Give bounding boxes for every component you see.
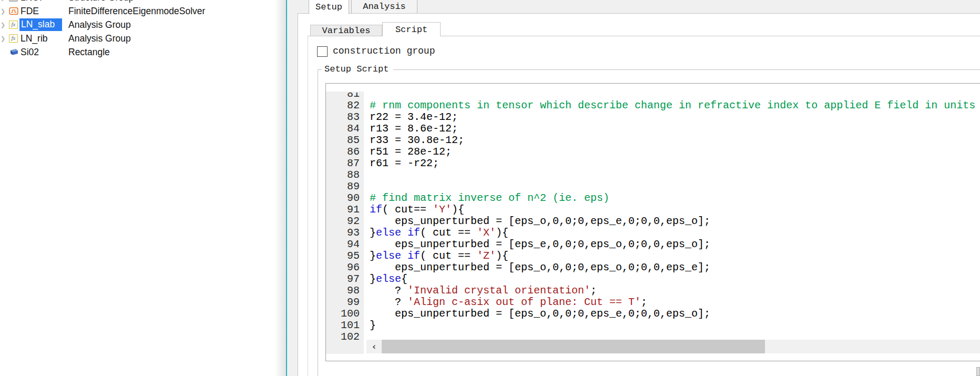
tab-analysis[interactable]: Analysis xyxy=(351,0,417,13)
script-code: 8182# rnm components in tensor which des… xyxy=(326,93,980,343)
code-line-86: 86r51 = 28e-12; xyxy=(326,146,980,158)
code-text: if( cut== 'Y'){ xyxy=(370,204,464,216)
panel-shadow xyxy=(274,0,286,376)
line-number: 87 xyxy=(326,158,364,169)
code-text: # find matrix inverse of n^2 (ie. eps) xyxy=(370,192,609,204)
tree-row-LN_slab[interactable]: ❯fxLN_slabAnalysis Group xyxy=(0,18,286,32)
tree-item-name[interactable]: LNOI xyxy=(21,0,42,3)
script-editor-viewport[interactable]: 8182# rnm components in tensor which des… xyxy=(326,93,980,361)
code-line-99: 99 ? 'Align c-asix out of plane: Cut == … xyxy=(326,297,980,308)
horizontal-scrollbar[interactable]: ‹ xyxy=(366,340,980,353)
tree-item-name[interactable]: LN_rib xyxy=(21,33,48,44)
script-page-border-left xyxy=(308,36,308,376)
tab-script[interactable]: Script xyxy=(382,22,441,36)
code-text: }else if( cut == 'X'){ xyxy=(370,227,508,239)
scrollbar-track[interactable] xyxy=(765,340,980,353)
code-line-91: 91if( cut== 'Y'){ xyxy=(326,204,980,216)
code-line-88: 88 xyxy=(326,169,980,181)
setup-script-groupbox-border xyxy=(318,69,322,70)
scrollbar-thumb[interactable] xyxy=(382,340,765,353)
line-number: 97 xyxy=(326,273,364,285)
line-number: 85 xyxy=(326,135,364,146)
tab-variables-label: Variables xyxy=(322,26,371,36)
line-number: 92 xyxy=(326,216,364,227)
line-number: 95 xyxy=(326,250,364,262)
code-text: ? 'Invalid crystal orientation'; xyxy=(370,285,597,297)
line-number: 100 xyxy=(326,308,364,320)
code-text: r51 = 28e-12; xyxy=(370,146,452,158)
tab-analysis-label: Analysis xyxy=(363,2,406,12)
tree-item-name[interactable]: LN_slab xyxy=(19,18,62,31)
code-line-90: 90# find matrix inverse of n^2 (ie. eps) xyxy=(326,192,980,204)
line-number: 82 xyxy=(326,100,364,111)
code-text: r13 = 8.6e-12; xyxy=(370,123,458,135)
tab-setup-label: Setup xyxy=(315,2,342,12)
tab-setup[interactable]: Setup xyxy=(309,0,349,14)
code-text: }else if( cut == 'Z'){ xyxy=(370,250,508,262)
scrollbar-left-arrow-icon[interactable]: ‹ xyxy=(366,340,382,353)
tree-item-type: FiniteDifferenceEigenmodeSolver xyxy=(68,6,205,17)
code-line-97: 97}else{ xyxy=(326,273,980,285)
tree-row-Si02[interactable]: Si02Rectangle xyxy=(0,45,286,59)
line-number: 86 xyxy=(326,146,364,158)
code-line-100: 100 eps_unperturbed = [eps_o,0,0;0,eps_e… xyxy=(326,308,980,320)
window-scrollbar-sliver[interactable] xyxy=(976,367,980,376)
code-line-84: 84r13 = 8.6e-12; xyxy=(326,123,980,135)
tab-variables[interactable]: Variables xyxy=(310,25,382,36)
line-number: 89 xyxy=(326,181,364,192)
code-text: ? 'Align c-asix out of plane: Cut == T'; xyxy=(370,297,647,308)
code-line-89: 89 xyxy=(326,181,980,192)
setup-script-groupbox-border xyxy=(318,69,318,376)
line-number: 83 xyxy=(326,111,364,123)
code-line-96: 96 eps_unperturbed = [eps_o,0,0;0,eps_o,… xyxy=(326,262,980,273)
analysis-group-icon: fx xyxy=(8,20,18,29)
tree-row-LNOI[interactable]: ❯LNOIStructure Group xyxy=(0,0,286,4)
line-number: 84 xyxy=(326,123,364,135)
code-text: }else{ xyxy=(370,273,407,285)
code-text: } xyxy=(370,320,376,331)
setup-script-group-title: Setup Script xyxy=(324,64,389,75)
line-number: 96 xyxy=(326,262,364,273)
code-line-85: 85r33 = 30.8e-12; xyxy=(326,135,980,146)
code-text: # rnm components in tensor which describ… xyxy=(370,100,975,111)
construction-group-label: construction group xyxy=(333,45,435,57)
code-line-92: 92 eps_unperturbed = [eps_o,0,0;0,eps_e,… xyxy=(326,216,980,227)
code-text: r22 = 3.4e-12; xyxy=(370,111,458,123)
expand-arrow-icon[interactable]: ❯ xyxy=(1,36,7,42)
tree-item-type: Analysis Group xyxy=(68,19,131,31)
construction-group-checkbox[interactable] xyxy=(317,46,328,57)
line-number: 94 xyxy=(326,239,364,250)
code-line-81: 81 xyxy=(326,93,980,100)
code-line-101: 101} xyxy=(326,320,980,331)
code-text: eps_unperturbed = [eps_o,0,0;0,eps_e,0;0… xyxy=(370,308,710,320)
line-number: 88 xyxy=(326,169,364,181)
code-line-98: 98 ? 'Invalid crystal orientation'; xyxy=(326,285,980,297)
structure-group-icon xyxy=(8,0,18,2)
tab-script-label: Script xyxy=(395,25,427,35)
line-number: 99 xyxy=(326,297,364,308)
analysis-group-icon: fx xyxy=(8,34,18,43)
fde-solver-icon xyxy=(8,6,18,16)
code-text: eps_unperturbed = [eps_e,0,0;0,eps_o,0;0… xyxy=(370,239,710,250)
tree-row-FDE[interactable]: ❯FDEFiniteDifferenceEigenmodeSolver xyxy=(0,4,286,18)
tree-item-type: Structure Group xyxy=(68,0,134,3)
tree-item-type: Analysis Group xyxy=(68,33,131,44)
code-text: r61 = -r22; xyxy=(370,158,439,169)
setup-script-groupbox-border xyxy=(393,69,980,70)
code-line-83: 83r22 = 3.4e-12; xyxy=(326,111,980,123)
line-number: 90 xyxy=(326,192,364,204)
expand-arrow-icon[interactable]: ❯ xyxy=(1,0,7,1)
expand-arrow-icon[interactable]: ❯ xyxy=(1,22,7,28)
line-number: 93 xyxy=(326,227,364,239)
code-line-87: 87r61 = -r22; xyxy=(326,158,980,169)
tree-row-LN_rib[interactable]: ❯fxLN_ribAnalysis Group xyxy=(0,32,286,45)
tree-item-name[interactable]: Si02 xyxy=(21,47,39,58)
code-text: eps_unperturbed = [eps_o,0,0;0,eps_o,0;0… xyxy=(370,262,710,273)
expand-arrow-icon[interactable]: ❯ xyxy=(1,8,7,14)
line-number: 102 xyxy=(326,331,364,343)
line-number: 91 xyxy=(326,204,364,216)
code-line-82: 82# rnm components in tensor which descr… xyxy=(326,100,980,111)
tree-item-name[interactable]: FDE xyxy=(21,6,39,17)
line-number: 98 xyxy=(326,285,364,297)
code-line-94: 94 eps_unperturbed = [eps_e,0,0;0,eps_o,… xyxy=(326,239,980,250)
